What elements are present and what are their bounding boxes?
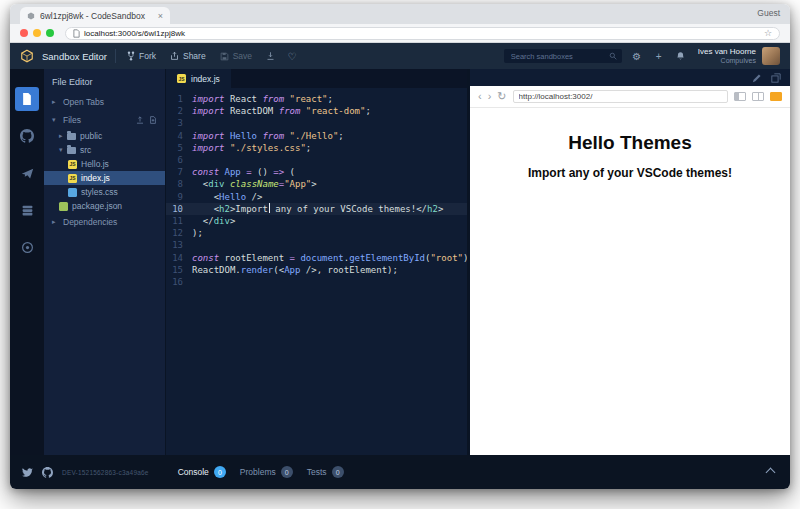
- tab-label: Problems: [240, 467, 276, 477]
- search-sandboxes-input[interactable]: [509, 51, 605, 62]
- codesandbox-logo[interactable]: [20, 49, 34, 63]
- close-window-button[interactable]: [20, 29, 28, 37]
- browser-profile-label[interactable]: Guest: [757, 8, 780, 20]
- line-number: 3: [166, 117, 192, 129]
- view-split-icon[interactable]: [752, 92, 764, 101]
- preview-content: Hello Themes Import any of your VSCode t…: [470, 108, 790, 455]
- share-label: Share: [183, 51, 206, 61]
- expand-console-chevron-icon[interactable]: [766, 467, 776, 477]
- code-line-10[interactable]: 10 <h2>Import any of your VSCode themes!…: [166, 203, 467, 215]
- paper-plane-icon: [21, 167, 34, 180]
- new-file-icon[interactable]: [149, 116, 157, 124]
- code-line-5[interactable]: 5import "./styles.css";: [166, 142, 467, 154]
- code-line-11[interactable]: 11 </div>: [166, 215, 467, 227]
- share-button[interactable]: Share: [167, 51, 209, 61]
- code-text: <Hello />: [192, 191, 262, 203]
- code-line-4[interactable]: 4import Hello from "./Hello";: [166, 130, 467, 142]
- minimize-window-button[interactable]: [33, 29, 41, 37]
- code-line-2[interactable]: 2import ReactDOM from "react-dom";: [166, 105, 467, 117]
- search-icon: [609, 52, 617, 60]
- section-dependencies[interactable]: ▸ Dependencies: [44, 213, 165, 231]
- notifications-bell-icon[interactable]: [674, 49, 688, 63]
- json-file-icon: [59, 202, 68, 211]
- edit-pencil-icon[interactable]: [752, 73, 762, 83]
- rail-item-live[interactable]: [15, 235, 39, 259]
- page-info-icon[interactable]: [73, 29, 80, 38]
- view-browser-icon[interactable]: [770, 92, 782, 101]
- code-text: import React from "react";: [192, 93, 333, 105]
- code-line-15[interactable]: 15ReactDOM.render(<App />, rootElement);: [166, 264, 467, 276]
- code-editor: JS index.js 1import React from "react";2…: [166, 69, 467, 455]
- file-item-styles.css[interactable]: styles.css: [44, 185, 165, 199]
- file-item-index.js[interactable]: JSindex.js: [44, 171, 165, 185]
- devtools-tab-console[interactable]: Console0: [178, 466, 226, 478]
- close-tab-icon[interactable]: ×: [158, 11, 163, 21]
- twitter-icon[interactable]: [22, 467, 33, 478]
- github-icon: [20, 129, 34, 143]
- section-open-tabs[interactable]: ▸ Open Tabs: [44, 93, 165, 111]
- divider: [115, 49, 116, 63]
- address-url: localhost:3000/s/6wl1zpj8wk: [84, 29, 185, 38]
- code-line-8[interactable]: 8 <div className="App">: [166, 178, 467, 190]
- rail-item-deployment[interactable]: [15, 161, 39, 185]
- fork-button[interactable]: Fork: [124, 51, 159, 61]
- line-number: 10: [166, 203, 192, 215]
- address-bar[interactable]: localhost:3000/s/6wl1zpj8wk ☆: [65, 27, 780, 40]
- code-line-6[interactable]: 6: [166, 154, 467, 166]
- browser-window: 6wl1zpj8wk - CodeSandbox × Guest localho…: [10, 4, 790, 489]
- rail-item-github[interactable]: [15, 124, 39, 148]
- file-item-Hello.js[interactable]: JSHello.js: [44, 157, 165, 171]
- section-files[interactable]: ▾ Files: [44, 111, 165, 129]
- code-line-16[interactable]: 16: [166, 276, 467, 288]
- download-button[interactable]: [263, 49, 277, 63]
- rail-item-server[interactable]: [15, 198, 39, 222]
- line-number: 7: [166, 166, 192, 178]
- file-item-public[interactable]: ▸public: [44, 129, 165, 143]
- like-heart-icon[interactable]: ♡: [285, 49, 299, 63]
- devtools-bar: DEV-1521562863-c3a49a6e Console0Problems…: [10, 455, 790, 489]
- view-editor-icon[interactable]: [734, 92, 746, 101]
- preview-url-input[interactable]: [513, 90, 728, 103]
- github-icon[interactable]: [42, 467, 53, 478]
- code-line-1[interactable]: 1import React from "react";: [166, 93, 467, 105]
- new-sandbox-plus-icon[interactable]: +: [652, 49, 666, 63]
- file-name: src: [80, 145, 91, 155]
- code-text: const rootElement = document.getElementB…: [192, 252, 467, 264]
- devtools-tab-tests[interactable]: Tests0: [307, 466, 344, 478]
- forward-icon[interactable]: ›: [488, 91, 492, 102]
- code-line-9[interactable]: 9 <Hello />: [166, 191, 467, 203]
- refresh-icon[interactable]: ↻: [497, 91, 506, 102]
- line-number: 9: [166, 191, 192, 203]
- search-box: [504, 49, 622, 63]
- rail-item-files[interactable]: [15, 87, 39, 111]
- browser-tab[interactable]: 6wl1zpj8wk - CodeSandbox ×: [20, 7, 170, 24]
- back-icon[interactable]: ‹: [478, 91, 482, 102]
- live-circle-icon: [21, 241, 34, 254]
- save-icon: [220, 52, 229, 61]
- explorer-title: File Editor: [44, 69, 165, 93]
- browser-tabstrip: 6wl1zpj8wk - CodeSandbox × Guest: [10, 4, 790, 24]
- bookmark-star-icon[interactable]: ☆: [764, 28, 772, 38]
- code-line-13[interactable]: 13: [166, 239, 467, 251]
- editor-tab-index-js[interactable]: JS index.js: [166, 69, 231, 88]
- user-menu[interactable]: Ives van Hoorne CompuIves: [698, 47, 780, 65]
- file-list: ▸public▾srcJSHello.jsJSindex.jsstyles.cs…: [44, 129, 165, 213]
- save-button[interactable]: Save: [217, 51, 255, 61]
- upload-files-icon[interactable]: [136, 116, 144, 124]
- file-name: public: [80, 131, 102, 141]
- section-label: Files: [63, 115, 81, 125]
- code-line-14[interactable]: 14const rootElement = document.getElemen…: [166, 252, 467, 264]
- preferences-gear-icon[interactable]: ⚙: [630, 49, 644, 63]
- devtools-tab-problems[interactable]: Problems0: [240, 466, 293, 478]
- file-item-src[interactable]: ▾src: [44, 143, 165, 157]
- preview-heading: Hello Themes: [470, 132, 790, 154]
- file-item-package.json[interactable]: package.json: [44, 199, 165, 213]
- code-line-7[interactable]: 7const App = () => (: [166, 166, 467, 178]
- code-line-3[interactable]: 3: [166, 117, 467, 129]
- tab-label: Tests: [307, 467, 327, 477]
- code-line-12[interactable]: 12);: [166, 227, 467, 239]
- code-area[interactable]: 1import React from "react";2import React…: [166, 88, 467, 455]
- open-in-new-window-icon[interactable]: [771, 73, 781, 83]
- maximize-window-button[interactable]: [46, 29, 54, 37]
- user-names: Ives van Hoorne CompuIves: [698, 47, 756, 64]
